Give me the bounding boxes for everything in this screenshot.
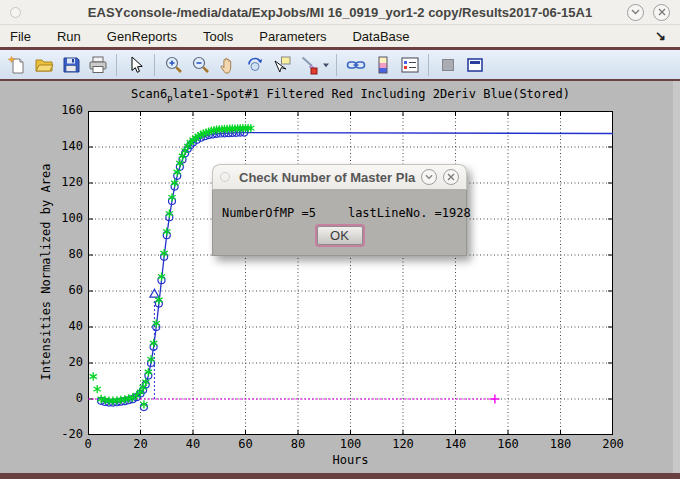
brush-dropdown-button[interactable] (322, 53, 331, 77)
x-tick-label: 40 (186, 437, 200, 451)
chevron-down-icon (631, 9, 640, 15)
arrow-cursor-icon (126, 55, 146, 75)
dialog-close-button[interactable] (443, 169, 459, 185)
menu-run[interactable]: Run (44, 29, 94, 44)
y-tick-label: -20 (43, 427, 83, 441)
window-right-edge (673, 81, 680, 473)
x-tick-label: 0 (84, 437, 91, 451)
figure-canvas: Scan6plate1-Spot#1 Filtered Red Includin… (0, 81, 680, 473)
open-folder-icon (34, 55, 54, 75)
dialog-message-numberofmp: NumberOfMP =5 (222, 206, 316, 220)
save-figure-button[interactable] (58, 53, 83, 77)
toolbar-separator (116, 54, 117, 76)
dialog-message: NumberOfMP =5 lastLineNo. =1928 (222, 206, 471, 220)
window-title: EASYconsole-/media/data/ExpJobs/MI 16_09… (0, 5, 680, 20)
close-icon (447, 173, 455, 181)
y-tick-label: 0 (43, 391, 83, 405)
menu-file[interactable]: File (0, 29, 44, 44)
dialog-message-lastlineno: lastLineNo. =1928 (348, 206, 471, 220)
dialog-title: Check Number of Master Pla (239, 170, 421, 185)
window-shade-button[interactable] (627, 4, 644, 21)
edit-plot-button[interactable] (123, 53, 148, 77)
window-titlebar[interactable]: EASYconsole-/media/data/ExpJobs/MI 16_09… (0, 0, 680, 24)
dock-window-icon (465, 55, 485, 75)
new-figure-button[interactable] (4, 53, 29, 77)
x-axis-label: Hours (88, 453, 613, 467)
printer-icon (88, 55, 108, 75)
pan-button[interactable] (215, 53, 240, 77)
window-bottom-edge (0, 473, 680, 479)
menu-genreports[interactable]: GenReports (94, 29, 190, 44)
dialog-body: NumberOfMP =5 lastLineNo. =1928 OK (212, 190, 467, 256)
check-number-dialog: Check Number of Master Pla NumberOfMP =5… (212, 164, 467, 256)
print-figure-button[interactable] (85, 53, 110, 77)
insert-colorbar-button[interactable] (370, 53, 395, 77)
toolbar-separator (428, 54, 429, 76)
toolbar-separator (336, 54, 337, 76)
ok-button[interactable]: OK (317, 226, 363, 245)
close-icon (658, 8, 666, 16)
open-file-button[interactable] (31, 53, 56, 77)
y-tick-label: 100 (43, 211, 83, 225)
link-plot-button[interactable] (343, 53, 368, 77)
dock-figure-button[interactable] (462, 53, 487, 77)
x-tick-label: 180 (550, 437, 572, 451)
dialog-menu-icon[interactable] (220, 172, 230, 182)
insert-legend-button[interactable] (397, 53, 422, 77)
chain-link-icon (346, 55, 366, 75)
x-tick-label: 120 (392, 437, 414, 451)
disabled-tool-button (435, 53, 460, 77)
rotate-3d-button[interactable] (242, 53, 267, 77)
colorbar-icon (373, 55, 393, 75)
zoom-in-icon (164, 55, 184, 75)
y-tick-label: 80 (43, 247, 83, 261)
data-cursor-icon (272, 55, 292, 75)
menu-tools[interactable]: Tools (190, 29, 246, 44)
menu-bar: File Run GenReports Tools Parameters Dat… (0, 24, 680, 47)
y-tick-label: 160 (43, 103, 83, 117)
brush-icon (299, 55, 319, 75)
toolbar-separator (154, 54, 155, 76)
x-tick-label: 140 (445, 437, 467, 451)
new-document-icon (7, 55, 27, 75)
dialog-titlebar[interactable]: Check Number of Master Pla (212, 164, 467, 190)
x-tick-label: 20 (133, 437, 147, 451)
x-tick-label: 160 (497, 437, 519, 451)
x-tick-label: 200 (602, 437, 624, 451)
zoom-in-button[interactable] (161, 53, 186, 77)
pan-hand-icon (218, 55, 238, 75)
disabled-square-icon (438, 55, 458, 75)
x-tick-label: 80 (291, 437, 305, 451)
y-tick-label: 40 (43, 319, 83, 333)
dialog-shade-button[interactable] (421, 169, 437, 185)
x-tick-label: 60 (238, 437, 252, 451)
easyconsole-window: EASYconsole-/media/data/ExpJobs/MI 16_09… (0, 0, 680, 479)
y-tick-label: 140 (43, 139, 83, 153)
zoom-out-icon (191, 55, 211, 75)
chevron-down-icon (322, 61, 330, 69)
y-tick-label: 20 (43, 355, 83, 369)
menu-detach-icon[interactable]: ↘ (655, 28, 666, 43)
window-close-button[interactable] (653, 4, 670, 21)
x-tick-label: 100 (340, 437, 362, 451)
chart-title: Scan6plate1-Spot#1 Filtered Red Includin… (88, 87, 613, 103)
figure-toolbar (0, 50, 680, 79)
plot-canvas[interactable] (88, 111, 613, 435)
y-tick-label: 120 (43, 175, 83, 189)
brush-data-button[interactable] (296, 53, 321, 77)
menu-database[interactable]: DataBase (339, 29, 422, 44)
legend-icon (400, 55, 420, 75)
data-cursor-button[interactable] (269, 53, 294, 77)
zoom-out-button[interactable] (188, 53, 213, 77)
chevron-down-icon (425, 174, 433, 180)
menu-parameters[interactable]: Parameters (246, 29, 339, 44)
rotate-icon (245, 55, 265, 75)
save-floppy-icon (61, 55, 81, 75)
y-tick-label: 60 (43, 283, 83, 297)
